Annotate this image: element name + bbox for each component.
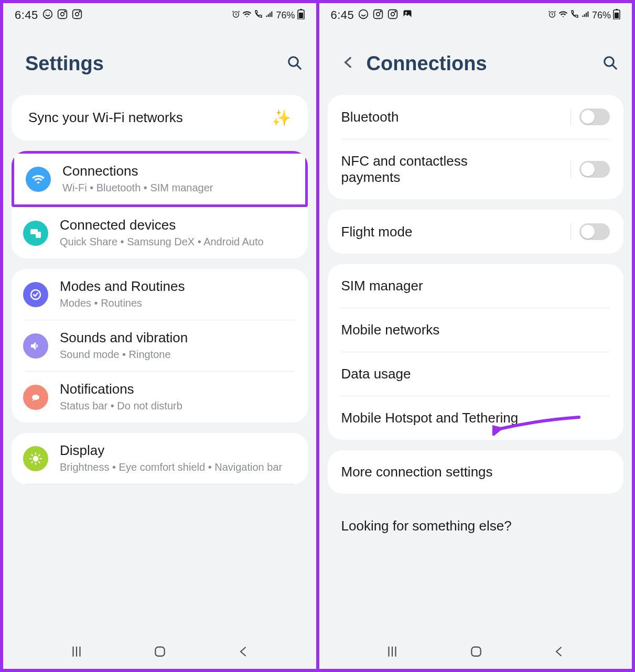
back-button[interactable] <box>553 645 565 660</box>
svg-point-23 <box>391 12 395 16</box>
row-bluetooth[interactable]: Bluetooth <box>328 95 624 139</box>
svg-point-5 <box>75 12 79 16</box>
item-label: Display <box>60 442 296 459</box>
svg-point-15 <box>32 395 39 400</box>
svg-point-24 <box>395 11 396 12</box>
alarm-icon <box>232 10 240 21</box>
status-bar: 6:45 76% <box>3 3 316 27</box>
whatsapp-icon <box>42 9 53 22</box>
notifications-icon <box>23 385 48 410</box>
instagram-icon-2 <box>388 9 398 22</box>
back-icon[interactable] <box>341 54 355 73</box>
conn-group-2: Flight mode <box>328 210 624 254</box>
battery-percent: 76% <box>592 10 611 21</box>
volte-icon <box>570 9 579 21</box>
nav-bar <box>3 636 316 669</box>
item-sub: Wi-Fi • Bluetooth • SIM manager <box>62 180 294 195</box>
whatsapp-icon <box>358 9 369 22</box>
volte-icon <box>254 9 263 21</box>
svg-point-21 <box>380 11 381 12</box>
row-label: Flight mode <box>341 224 413 240</box>
svg-point-18 <box>359 9 368 18</box>
promo-sync-wifi[interactable]: Sync your Wi-Fi networks ✨ <box>12 95 308 140</box>
search-icon[interactable] <box>602 55 618 73</box>
wifi-icon <box>558 9 568 21</box>
status-time: 6:45 <box>331 8 354 22</box>
status-bar: 6:45 <box>319 3 632 27</box>
battery-icon <box>613 9 620 22</box>
toggle-nfc[interactable] <box>579 161 610 178</box>
signal-icon <box>265 10 274 21</box>
back-button[interactable] <box>237 645 250 660</box>
phone-settings: 6:45 76% <box>2 2 318 670</box>
sparkle-icon: ✨ <box>272 109 291 127</box>
footer-prompt: Looking for something else? <box>328 504 624 548</box>
svg-point-16 <box>33 456 39 461</box>
instagram-icon-2 <box>72 9 82 22</box>
settings-item-modes[interactable]: Modes and Routines Modes • Routines <box>12 269 308 320</box>
wifi-icon <box>26 167 51 192</box>
svg-point-3 <box>64 11 66 12</box>
item-label: Notifications <box>60 381 296 397</box>
settings-item-connected-devices[interactable]: Connected devices Quick Share • Samsung … <box>12 208 308 258</box>
status-time: 6:45 <box>15 8 38 22</box>
toggle-flight[interactable] <box>579 223 610 240</box>
svg-rect-9 <box>299 13 303 18</box>
promo-label: Sync your Wi-Fi networks <box>28 110 183 126</box>
row-label: Bluetooth <box>341 109 399 125</box>
settings-item-display[interactable]: Display Brightness • Eye comfort shield … <box>12 433 308 484</box>
item-label: Connections <box>62 163 294 179</box>
row-label: NFC and contactless payments <box>341 153 509 186</box>
row-mobile-networks[interactable]: Mobile networks <box>328 308 624 352</box>
page-title: Settings <box>25 52 104 75</box>
item-label: Sounds and vibration <box>60 330 296 346</box>
row-more-settings[interactable]: More connection settings <box>328 450 624 494</box>
battery-percent: 76% <box>276 10 295 21</box>
recents-button[interactable] <box>70 645 83 660</box>
sound-icon <box>23 333 48 359</box>
toggle-bluetooth[interactable] <box>579 109 610 125</box>
row-label: Data usage <box>341 366 411 382</box>
svg-rect-17 <box>156 647 165 656</box>
settings-item-notifications[interactable]: Notifications Status bar • Do not distur… <box>12 372 308 422</box>
home-button[interactable] <box>153 645 167 660</box>
row-flight-mode[interactable]: Flight mode <box>328 210 624 254</box>
conn-group-1: Bluetooth NFC and contactless payments <box>328 95 624 199</box>
row-label: Mobile networks <box>341 322 440 338</box>
home-button[interactable] <box>469 645 483 660</box>
row-label: SIM manager <box>341 278 423 294</box>
recents-button[interactable] <box>385 645 399 660</box>
svg-point-6 <box>79 11 80 12</box>
row-data-usage[interactable]: Data usage <box>328 352 624 396</box>
settings-item-sounds[interactable]: Sounds and vibration Sound mode • Ringto… <box>12 320 308 371</box>
item-sub: Quick Share • Samsung DeX • Android Auto <box>60 234 296 249</box>
conn-group-4: More connection settings <box>328 450 624 494</box>
item-sub: Modes • Routines <box>60 296 296 310</box>
settings-group-1: Connections Wi-Fi • Bluetooth • SIM mana… <box>12 151 308 258</box>
instagram-icon <box>373 9 383 22</box>
row-nfc[interactable]: NFC and contactless payments <box>328 139 624 199</box>
display-icon <box>23 446 48 471</box>
battery-icon <box>297 9 305 22</box>
search-icon[interactable] <box>287 55 303 73</box>
wifi-icon <box>242 9 252 21</box>
page-title: Connections <box>367 52 487 75</box>
connections-header: Connections <box>319 27 632 95</box>
devices-icon <box>23 221 48 246</box>
alarm-icon <box>548 10 556 21</box>
svg-rect-32 <box>471 647 480 656</box>
settings-group-2: Modes and Routines Modes • Routines Soun… <box>12 269 308 422</box>
row-label: More connection settings <box>341 464 493 480</box>
signal-icon <box>582 10 590 21</box>
row-hotspot[interactable]: Mobile Hotspot and Tethering <box>328 396 624 440</box>
item-label: Connected devices <box>60 217 296 233</box>
instagram-icon <box>57 9 68 22</box>
item-label: Modes and Routines <box>60 278 296 295</box>
item-sub: Status bar • Do not disturb <box>60 398 296 413</box>
svg-point-20 <box>376 12 380 16</box>
svg-rect-30 <box>616 9 618 10</box>
row-sim-manager[interactable]: SIM manager <box>328 264 624 308</box>
settings-item-connections[interactable]: Connections Wi-Fi • Bluetooth • SIM mana… <box>12 151 308 207</box>
conn-group-3: SIM manager Mobile networks Data usage M… <box>328 264 624 440</box>
settings-content: Sync your Wi-Fi networks ✨ Connections W… <box>3 95 316 636</box>
